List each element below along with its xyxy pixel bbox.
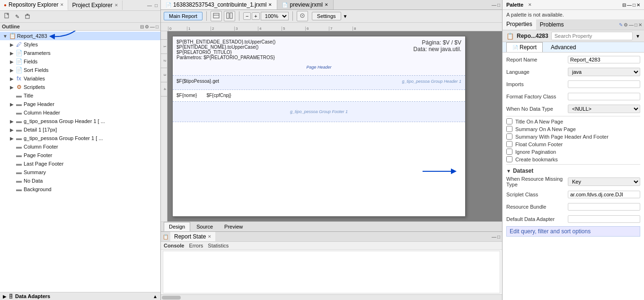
tree-root-expand[interactable]: ▼ [2,34,9,39]
prop-scriptletclass-input[interactable] [568,191,640,198]
project-tab-close[interactable]: ✕ [115,3,118,8]
tree-groupfooter-expand[interactable]: ▶ [9,136,15,141]
tree-item-variables[interactable]: ▶ fx Variables [0,74,160,83]
tree-item-columnfooter[interactable]: ▶ ▬ Column Footer [0,142,160,151]
tree-lastpagefooter-expand[interactable]: ▶ [9,161,15,167]
prop-whennodatatype-select[interactable]: <NULL> NoPages BlankPage [568,105,640,113]
prop-minimize[interactable]: — [629,22,634,27]
cb-titleonnewpage[interactable] [506,118,512,124]
data-adapters-scroll[interactable]: ▲ [153,294,158,299]
prop-search-dropdown[interactable]: ▼ [635,34,640,39]
tab-jrxml-preview[interactable]: 📄 preview.jrxml ✕ [277,0,333,9]
tree-item-summary[interactable]: ▶ ▬ Summary [0,168,160,176]
zoom-select[interactable]: 100% 75% 150% [261,12,289,20]
editor-tab-main-close[interactable]: ✕ [268,2,272,7]
tab-preview[interactable]: Preview [219,222,248,231]
report-state-errors-tab[interactable]: Errors [189,243,203,248]
tab-jrxml-main[interactable]: 📄 1638382537543_contribuinte_1.jrxml ✕ [161,0,277,9]
tree-scriptlets-expand[interactable]: ▶ [9,85,15,90]
prop-resourcebundle-input[interactable] [568,203,640,211]
tree-styles-expand[interactable]: ▶ [9,42,15,47]
report-state-minimize[interactable]: — [492,234,496,239]
delete-btn[interactable] [22,12,33,21]
prop-maximize[interactable]: □ [635,22,637,27]
prop-reportname-input[interactable] [568,56,640,63]
zoom-out-btn[interactable]: − [243,12,251,20]
tree-colheader-expand[interactable]: ▶ [9,110,15,115]
cb-summarywithheaderfooter[interactable] [506,133,512,140]
editor-tabs-maximize[interactable]: □ [497,2,500,8]
prop-dataset-section-header[interactable]: ▼ Dataset [506,168,640,174]
tree-item-lastpagefooter[interactable]: ▶ ▬ Last Page Footer [0,159,160,168]
prop-advanced-tab[interactable]: Advanced [545,42,582,52]
tree-vars-expand[interactable]: ▶ [9,76,15,81]
report-state-tab[interactable]: Report State ✕ [170,232,215,241]
editor-tab-preview-close[interactable]: ✕ [325,2,328,7]
tree-item-background[interactable]: ▶ ▬ Background [0,185,160,194]
prop-whenresource-select[interactable]: Key Null Empty [568,177,640,186]
maximize-left-btn[interactable]: □ [154,2,159,9]
tab-source[interactable]: Source [191,222,218,231]
report-state-statistics-tab[interactable]: Statistics [208,243,229,248]
tree-item-scriptlets[interactable]: ▶ ⚙ Scriptlets [0,83,160,91]
prop-search-input[interactable] [551,32,633,40]
tree-detail-expand[interactable]: ▶ [9,127,15,132]
tree-item-pagefooter[interactable]: ▶ ▬ Page Footer [0,151,160,159]
snap-btn[interactable] [297,11,308,21]
report-state-scrollbar[interactable] [161,294,502,300]
data-adapters-bar[interactable]: ▶ 🗄 Data Adapters ▲ [0,292,160,300]
tree-params-expand[interactable]: ▶ [9,51,15,56]
cb-summaryonnewpage[interactable] [506,126,512,132]
palette-close[interactable]: ✕ [636,2,640,8]
report-canvas-wrapper[interactable]: $P{BTH_ENTIDADE_ESTADO}.toUpperCase() $P… [168,31,502,221]
tree-item-sortfields[interactable]: ▶ 📄 Sort Fields [0,66,160,74]
tree-fields-expand[interactable]: ▶ [9,59,15,64]
outline-settings[interactable]: ⚙ [145,24,149,29]
tab-design[interactable]: Design [164,222,190,231]
tree-item-parameters[interactable]: ▶ 📄 Parameters [0,49,160,57]
report-state-console-tab[interactable]: Console [164,243,184,248]
tree-groupheader-expand[interactable]: ▶ [9,119,15,124]
tree-item-title[interactable]: ▶ ▬ Title [0,91,160,100]
tree-item-columnheader[interactable]: ▶ ▬ Column Header [0,108,160,117]
tab-project-explorer[interactable]: Project Explorer ✕ [68,0,122,10]
new-btn[interactable] [2,12,12,21]
tree-item-groupfooter[interactable]: ▶ ▬ g_tipo_pessoa Group Footer 1 [ ... [0,134,160,142]
palette-minimize[interactable]: — [627,2,632,8]
report-state-maximize[interactable]: □ [497,234,500,239]
edit-query-btn[interactable]: Edit query, filter and sort options [506,226,640,237]
palette-view-btn[interactable]: ⊟ [622,2,626,8]
tree-item-styles[interactable]: ▶ 🖊 Styles [0,40,160,49]
tree-pageheader-expand[interactable]: ▶ [9,102,15,107]
outline-maximize[interactable]: □ [156,24,159,29]
editor-tabs-minimize[interactable]: — [492,2,496,8]
prop-report-tab[interactable]: 📄 Report [506,42,543,52]
prop-defaultdataadapter-input[interactable] [568,215,640,223]
prop-language-select[interactable]: java groovy [568,68,640,76]
tree-sortfields-expand[interactable]: ▶ [9,68,15,73]
tab-properties[interactable]: Properties [503,19,536,30]
tree-root[interactable]: ▼ 📋 Report_4283 [0,32,160,40]
layout-btn[interactable] [224,11,235,21]
tree-title-expand[interactable]: ▶ [9,93,15,98]
cb-createbookmarks[interactable] [506,156,512,162]
tree-item-fields[interactable]: ▶ 📄 Fields [0,57,160,66]
settings-dropdown-btn[interactable]: ▼ [343,14,348,19]
outline-collapse-all[interactable]: ⊟ [140,24,144,29]
outline-minimize[interactable]: — [150,24,155,29]
cb-ignorepagination[interactable] [506,149,512,155]
main-report-btn[interactable]: Main Report [164,12,203,20]
prop-formatfactory-input[interactable] [568,93,640,100]
minimize-left-btn[interactable]: — [146,2,153,9]
tree-item-detail[interactable]: ▶ ▬ Detail 1 [17px] [0,125,160,134]
prop-new-btn[interactable]: ✎ [619,22,623,27]
tree-summary-expand[interactable]: ▶ [9,170,15,175]
zoom-in-btn[interactable]: + [252,12,259,20]
edit-btn[interactable]: ✎ [13,13,21,21]
tree-background-expand[interactable]: ▶ [9,187,15,192]
settings-btn[interactable]: Settings [312,12,341,20]
view-toggle-btn[interactable] [211,11,222,21]
cb-floatcolumnfooter[interactable] [506,141,512,147]
tab-problems[interactable]: Problems [536,20,568,29]
prop-settings-btn[interactable]: ⚙ [624,22,628,27]
